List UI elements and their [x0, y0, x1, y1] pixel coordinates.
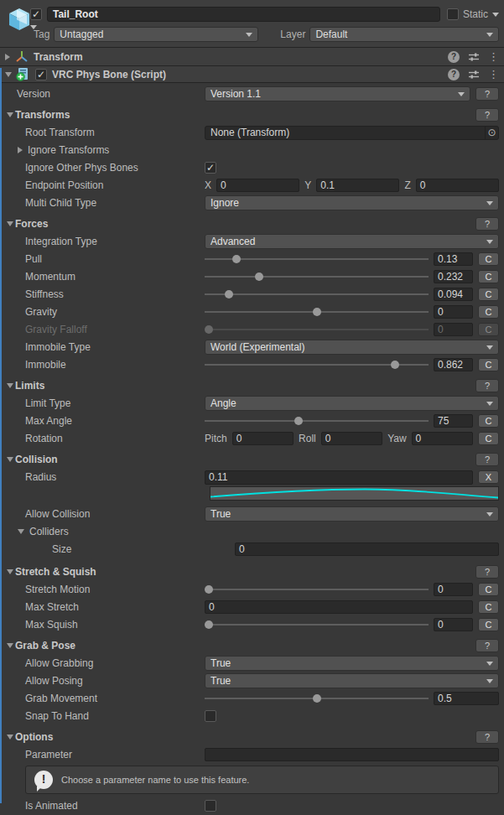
- foldout-expanded-icon[interactable]: [7, 569, 13, 574]
- max-squish-value-input[interactable]: 0: [434, 618, 473, 631]
- root-transform-object-field[interactable]: None (Transform) ⊙: [205, 126, 499, 140]
- colliders-row[interactable]: Colliders: [0, 523, 504, 540]
- help-icon[interactable]: ?: [448, 69, 460, 80]
- colliders-size-input[interactable]: 0: [235, 542, 499, 556]
- foldout-expanded-icon[interactable]: [7, 457, 13, 462]
- forces-help-button[interactable]: ?: [475, 217, 499, 231]
- endpoint-z-input[interactable]: 0: [416, 179, 499, 192]
- layer-dropdown[interactable]: Default: [309, 27, 499, 42]
- pull-slider[interactable]: [205, 252, 429, 267]
- static-checkbox[interactable]: [447, 8, 459, 20]
- section-collision[interactable]: Collision ?: [0, 451, 504, 468]
- foldout-expanded-icon[interactable]: [7, 221, 13, 226]
- max-stretch-input[interactable]: 0: [205, 600, 473, 614]
- section-grab-pose[interactable]: Grab & Pose ?: [0, 637, 504, 654]
- limit-type-dropdown[interactable]: Angle: [205, 396, 499, 411]
- endpoint-x-input[interactable]: 0: [216, 179, 299, 192]
- pull-value-input[interactable]: 0.13: [434, 252, 473, 266]
- tag-dropdown[interactable]: Untagged: [54, 27, 258, 42]
- slider-knob[interactable]: [205, 620, 213, 629]
- component-enabled-checkbox[interactable]: [35, 69, 47, 80]
- slider-knob[interactable]: [205, 585, 213, 594]
- section-forces[interactable]: Forces ?: [0, 215, 504, 232]
- immobile-value-input[interactable]: 0.862: [434, 358, 473, 371]
- version-help-button[interactable]: ?: [475, 87, 499, 101]
- ignore-transforms-row[interactable]: Ignore Transforms: [0, 142, 504, 158]
- max-squish-slider[interactable]: [205, 617, 429, 632]
- immobile-type-dropdown[interactable]: World (Experimental): [205, 340, 499, 355]
- stiffness-curve-button[interactable]: C: [478, 288, 499, 301]
- pitch-input[interactable]: 0: [232, 432, 294, 445]
- options-help-button[interactable]: ?: [475, 730, 499, 744]
- radius-curve-widget[interactable]: [210, 486, 499, 501]
- momentum-value-input[interactable]: 0.232: [434, 270, 473, 283]
- allow-posing-dropdown[interactable]: True: [205, 673, 499, 688]
- stretch-motion-slider[interactable]: [205, 582, 429, 597]
- max-angle-value-input[interactable]: 75: [434, 414, 473, 428]
- stretch-motion-value-input[interactable]: 0: [434, 583, 473, 596]
- version-dropdown[interactable]: Version 1.1: [205, 86, 470, 101]
- foldout-expanded-icon[interactable]: [7, 112, 13, 117]
- stretch-squish-help-button[interactable]: ?: [475, 565, 499, 579]
- presets-icon[interactable]: [468, 51, 480, 63]
- grab-movement-slider[interactable]: [205, 691, 429, 706]
- slider-knob[interactable]: [391, 361, 399, 369]
- gameobject-icon-dropdown-arrow[interactable]: [30, 25, 37, 29]
- grab-pose-help-button[interactable]: ?: [475, 639, 499, 652]
- rotation-curve-button[interactable]: C: [478, 432, 499, 445]
- gravity-slider[interactable]: [205, 304, 429, 319]
- max-squish-curve-button[interactable]: C: [478, 618, 499, 631]
- slider-knob[interactable]: [313, 694, 321, 703]
- slider-knob[interactable]: [225, 290, 233, 298]
- kebab-menu-icon[interactable]: ⋮: [488, 68, 499, 80]
- allow-collision-dropdown[interactable]: True: [205, 506, 499, 522]
- slider-knob[interactable]: [232, 255, 241, 263]
- slider-knob[interactable]: [255, 273, 263, 281]
- help-icon[interactable]: ?: [448, 51, 460, 63]
- gravity-curve-button[interactable]: C: [478, 305, 499, 319]
- slider-knob[interactable]: [294, 417, 303, 425]
- gravity-value-input[interactable]: 0: [434, 305, 473, 319]
- section-transforms[interactable]: Transforms ?: [0, 106, 504, 123]
- immobile-slider[interactable]: [205, 357, 429, 372]
- transforms-help-button[interactable]: ?: [475, 108, 499, 122]
- is-animated-checkbox[interactable]: [205, 800, 216, 812]
- kebab-menu-icon[interactable]: ⋮: [488, 50, 499, 63]
- foldout-collapsed-icon[interactable]: [5, 54, 10, 60]
- max-angle-curve-button[interactable]: C: [478, 414, 499, 428]
- foldout-collapsed-icon[interactable]: [18, 147, 23, 153]
- endpoint-y-input[interactable]: 0.1: [316, 179, 399, 192]
- momentum-slider[interactable]: [205, 269, 429, 284]
- object-picker-icon[interactable]: ⊙: [485, 127, 498, 139]
- parameter-input[interactable]: [205, 748, 499, 761]
- section-limits[interactable]: Limits ?: [0, 377, 504, 394]
- multi-child-type-dropdown[interactable]: Ignore: [205, 195, 499, 210]
- transform-component-header[interactable]: Transform ? ⋮: [0, 48, 504, 66]
- grab-movement-value-input[interactable]: 0.5: [434, 692, 499, 705]
- foldout-expanded-icon[interactable]: [5, 72, 12, 77]
- section-options[interactable]: Options ?: [0, 729, 504, 745]
- foldout-expanded-icon[interactable]: [18, 529, 24, 534]
- snap-to-hand-checkbox[interactable]: [205, 710, 216, 722]
- foldout-expanded-icon[interactable]: [7, 383, 13, 388]
- pull-curve-button[interactable]: C: [478, 252, 499, 266]
- ignore-other-physbones-checkbox[interactable]: [205, 162, 216, 174]
- allow-grabbing-dropdown[interactable]: True: [205, 656, 499, 671]
- section-stretch-squish[interactable]: Stretch & Squish ?: [0, 563, 504, 580]
- radius-clear-curve-button[interactable]: X: [478, 470, 499, 484]
- gameobject-name-input[interactable]: Tail_Root: [47, 7, 440, 22]
- stiffness-value-input[interactable]: 0.094: [434, 288, 473, 301]
- stretch-motion-curve-button[interactable]: C: [478, 583, 499, 596]
- radius-value-input[interactable]: 0.11: [205, 470, 473, 485]
- integration-type-dropdown[interactable]: Advanced: [205, 234, 499, 249]
- foldout-expanded-icon[interactable]: [7, 735, 13, 740]
- presets-icon[interactable]: [468, 69, 480, 80]
- gameobject-active-checkbox[interactable]: [30, 8, 42, 20]
- roll-input[interactable]: 0: [321, 432, 382, 445]
- max-angle-slider[interactable]: [205, 413, 429, 428]
- max-stretch-curve-button[interactable]: C: [478, 600, 499, 614]
- slider-knob[interactable]: [313, 308, 321, 316]
- gameobject-cube-icon[interactable]: [7, 7, 32, 32]
- stiffness-slider[interactable]: [205, 287, 429, 302]
- limits-help-button[interactable]: ?: [475, 379, 499, 392]
